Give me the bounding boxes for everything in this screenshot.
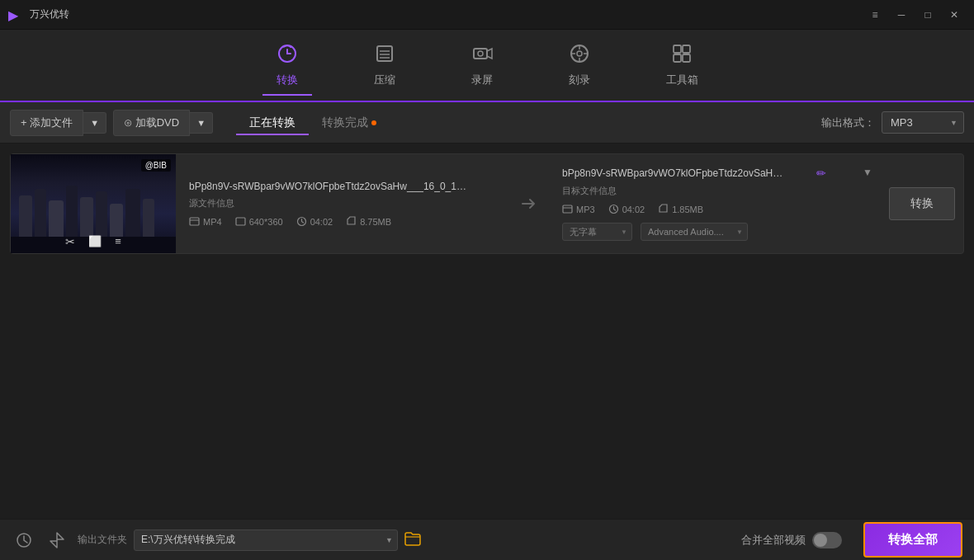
duration-icon [296,216,307,227]
target-format-item: MP3 [562,204,595,214]
nav-item-record[interactable]: 录屏 [458,36,506,94]
toggle-knob [814,534,827,547]
app-title: 万兴优转 [30,7,69,21]
title-bar: ▶ 万兴优转 ≡ ─ □ ✕ [0,0,974,30]
svg-rect-15 [683,45,690,53]
trim-icon[interactable]: ✂ [65,235,75,248]
bottom-bar: 输出文件夹 ▼ 合并全部视频 转换全部 [0,519,974,560]
convert-button[interactable]: 转换 [889,187,955,220]
nav-item-tools[interactable]: 工具箱 [653,36,712,94]
tab-converting[interactable]: 正在转换 [236,111,309,135]
nav-label-tools: 工具箱 [666,73,698,87]
crop-icon[interactable]: ⬜ [88,235,102,248]
svg-point-9 [577,51,582,56]
output-folder-input-wrap: ▼ [134,529,398,551]
target-size-item: 1.85MB [658,204,703,214]
record-icon [471,43,493,68]
maximize-button[interactable]: □ [916,3,939,26]
effect-icon[interactable]: ≡ [115,235,121,248]
target-info-section: bPp8n9V-sRWBpar9vWO7klOFpbeTtdz2ovSaHw__… [549,158,881,249]
burn-icon [569,43,590,68]
nav-label-record: 录屏 [471,73,493,87]
output-format-label: 输出格式： [821,115,875,130]
tab-done[interactable]: 转换完成 [309,111,390,135]
output-folder-input[interactable] [134,529,398,551]
subtitle-select[interactable]: 无字幕 字幕轨道1 [562,223,632,241]
format-icon [189,216,200,227]
svg-rect-14 [674,45,681,53]
nav-item-convert[interactable]: 转换 [263,36,311,94]
content-area: @BIB ✂ ⬜ ≡ bPp8n9V-sRWBpar9vWO7klOFpbeTt… [0,144,974,519]
source-filename: bPp8n9V-sRWBpar9vWO7klOFpbeTtdz2ovSaHw__… [189,181,470,192]
source-size-item: 8.75MB [346,216,391,227]
load-dvd-arrow-button[interactable]: ▼ [190,112,213,134]
minimize-button[interactable]: ─ [890,3,913,26]
expand-button[interactable]: ▼ [863,167,872,178]
target-meta: MP3 04:02 1.85MB [562,204,868,214]
close-button[interactable]: ✕ [943,3,966,26]
output-folder-label: 输出文件夹 [78,533,127,547]
main-content: @BIB ✂ ⬜ ≡ bPp8n9V-sRWBpar9vWO7klOFpbeTt… [0,144,974,519]
target-name-row: bPp8n9V-sRWBpar9vWO7klOFpbeTtdz2ovSaHw__… [562,167,868,180]
edit-icon[interactable]: ✏ [816,167,826,180]
add-file-button[interactable]: + 添加文件 [10,110,83,136]
convert-all-button[interactable]: 转换全部 [863,522,962,558]
svg-point-7 [478,51,483,56]
source-duration-item: 04:02 [296,216,333,227]
output-folder-dropdown-arrow[interactable]: ▼ [385,536,393,544]
compress-icon [374,43,395,68]
tabs-section: 正在转换 转换完成 [236,111,815,135]
audio-select[interactable]: Advanced Audio.... AAC MP3 [641,223,748,241]
schedule-icon[interactable] [12,528,36,553]
merge-toggle[interactable] [812,532,842,548]
toolbar: + 添加文件 ▼ ⊙ 加载DVD ▼ 正在转换 转换完成 输出格式： MP3 M… [0,102,974,144]
svg-rect-22 [563,205,572,213]
svg-rect-20 [236,218,245,225]
svg-rect-1 [377,46,392,61]
resolution-icon [235,216,246,227]
format-select[interactable]: MP3 MP4 AVI MKV WAV AAC [882,111,964,134]
app-logo: ▶ [8,7,23,22]
nav-label-burn: 刻录 [569,73,590,87]
nav-item-burn[interactable]: 刻录 [556,36,603,94]
svg-rect-18 [190,218,199,225]
add-file-arrow-button[interactable]: ▼ [83,112,106,134]
svg-rect-17 [683,54,690,62]
nav-item-compress[interactable]: 压缩 [361,36,409,94]
target-sub-row: 无字幕 字幕轨道1 Advanced Audio.... AAC MP3 [562,223,868,241]
add-file-group: + 添加文件 ▼ [10,110,106,136]
load-dvd-button[interactable]: ⊙ 加载DVD [113,110,190,136]
thumbnail-tools: ✂ ⬜ ≡ [11,235,176,248]
target-duration-item: 04:02 [608,204,645,214]
svg-rect-16 [674,54,681,62]
subtitle-select-wrap: 无字幕 字幕轨道1 [562,223,632,241]
target-label: 目标文件信息 [562,185,868,197]
svg-marker-26 [50,533,64,548]
title-bar-left: ▶ 万兴优转 [8,7,69,22]
direction-arrow-icon [518,194,538,214]
boost-icon[interactable] [45,528,69,553]
load-dvd-group: ⊙ 加载DVD ▼ [113,110,213,136]
convert-icon [277,43,298,68]
merge-label: 合并全部视频 [741,533,806,548]
size-icon [346,216,357,227]
nav-bar: 转换 压缩 录屏 [0,30,974,102]
merge-section: 合并全部视频 [741,532,842,548]
tab-done-dot [371,120,376,125]
source-info-section: bPp8n9V-sRWBpar9vWO7klOFpbeTtdz2ovSaHw__… [176,172,508,235]
tools-icon [671,43,693,68]
title-bar-controls: ≡ ─ □ ✕ [863,3,966,26]
target-format-icon [562,204,573,214]
menu-button[interactable]: ≡ [863,3,887,26]
open-folder-button[interactable] [404,531,421,549]
target-size-icon [658,204,669,214]
arrow-section [508,194,549,214]
source-resolution-item: 640*360 [235,216,283,227]
format-select-wrap: MP3 MP4 AVI MKV WAV AAC [882,111,964,134]
source-meta: MP4 640*360 04:02 8.75MB [189,216,494,227]
nav-label-compress: 压缩 [374,73,395,87]
output-folder-section: 输出文件夹 ▼ [78,529,733,551]
output-format-section: 输出格式： MP3 MP4 AVI MKV WAV AAC [821,111,964,134]
source-format-item: MP4 [189,216,222,227]
thumbnail-badge: @BIB [141,159,171,172]
